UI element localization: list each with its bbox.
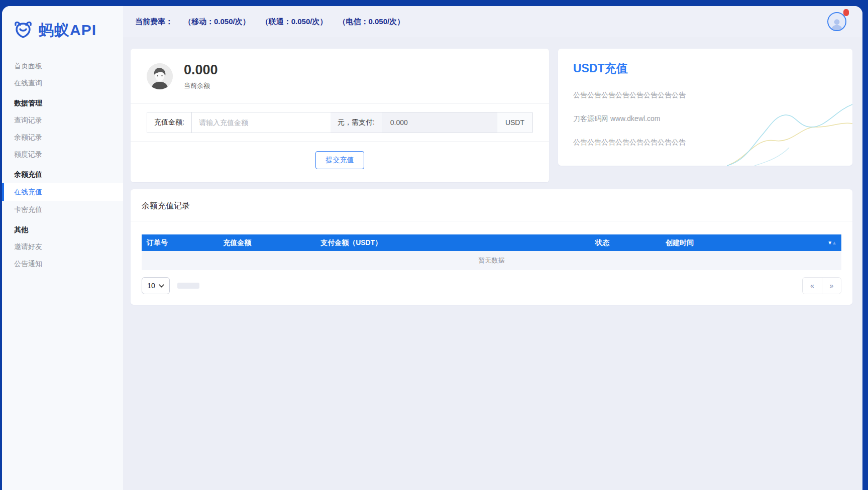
sidebar-item-在线查询[interactable]: 在线查询: [2, 74, 123, 91]
rate-label: 当前费率：: [135, 17, 173, 27]
sidebar-item-查询记录[interactable]: 查询记录: [2, 111, 123, 129]
rate-item: （电信：0.050/次）: [338, 17, 404, 27]
sort-desc-icon: ▼: [827, 240, 832, 246]
usdt-card-title: USDT充值: [573, 61, 837, 76]
announcement-line: 公告公告公告公告公告公告公告公告: [573, 91, 837, 100]
decorative-waves: [727, 95, 852, 166]
page-size-select[interactable]: 10: [142, 277, 170, 294]
sidebar: 蚂蚁API 首页面板在线查询数据管理查询记录余额记录额度记录余额充值在线充值卡密…: [2, 6, 123, 490]
announcement-line: 刀客源码网 www.dkewl.com: [573, 114, 837, 124]
balance-avatar: [147, 63, 173, 89]
recharge-form: 充值金额: 元，需支付: USDT: [147, 112, 533, 133]
amount-label: 充值金额:: [147, 112, 192, 133]
balance-amount: 0.000: [184, 62, 218, 78]
sidebar-section-label: 数据管理: [2, 94, 123, 111]
announcement-lines: 公告公告公告公告公告公告公告公告刀客源码网 www.dkewl.com公告公告公…: [573, 91, 837, 147]
usdt-notice-card: USDT充值 公告公告公告公告公告公告公告公告刀客源码网 www.dkewl.c…: [558, 49, 852, 166]
table-empty-state: 暂无数据: [142, 251, 841, 270]
records-table: 订单号充值金额支付金额（USDT）状态创建时间 ▼▲ 暂无数据: [142, 234, 841, 270]
pay-label: 元，需支付:: [331, 112, 382, 133]
divider: [131, 221, 852, 221]
column-header[interactable]: 创建时间: [661, 238, 818, 248]
sidebar-item-卡密充值[interactable]: 卡密充值: [2, 201, 123, 218]
sidebar-item-邀请好友[interactable]: 邀请好友: [2, 238, 123, 255]
pay-amount-input: [382, 112, 497, 133]
sidebar-item-首页面板[interactable]: 首页面板: [2, 57, 123, 74]
balance-label: 当前余额: [184, 81, 218, 90]
column-header[interactable]: 支付金额（USDT）: [315, 238, 590, 248]
sidebar-item-余额记录[interactable]: 余额记录: [2, 129, 123, 146]
prev-page-button[interactable]: «: [803, 278, 822, 294]
app-frame: 蚂蚁API 首页面板在线查询数据管理查询记录余额记录额度记录余额充值在线充值卡密…: [2, 6, 862, 490]
sidebar-section-label: 余额充值: [2, 166, 123, 183]
logo-text: 蚂蚁API: [39, 20, 96, 41]
sort-asc-icon: ▲: [832, 240, 836, 246]
notification-badge: [843, 9, 849, 16]
column-header[interactable]: 订单号: [142, 238, 218, 248]
sidebar-item-在线充值[interactable]: 在线充值: [2, 183, 123, 201]
sidebar-item-额度记录[interactable]: 额度记录: [2, 146, 123, 163]
table-header-row: 订单号充值金额支付金额（USDT）状态创建时间 ▼▲: [142, 234, 841, 251]
next-page-button[interactable]: »: [822, 278, 841, 294]
rate-item: （联通：0.050/次）: [261, 17, 328, 27]
sidebar-item-公告通知[interactable]: 公告通知: [2, 255, 123, 272]
rate-bar: 当前费率： （移动：0.050/次）（联通：0.050/次）（电信：0.050/…: [135, 17, 404, 27]
total-count-placeholder: [177, 283, 199, 289]
recharge-amount-input[interactable]: [192, 112, 331, 133]
main-area: 当前费率： （移动：0.050/次）（联通：0.050/次）（电信：0.050/…: [123, 6, 862, 490]
table-header-columns: 订单号充值金额支付金额（USDT）状态创建时间: [142, 234, 818, 251]
pagination: 10 « »: [142, 277, 841, 294]
currency-label: USDT: [497, 112, 532, 133]
sidebar-section-label: 其他: [2, 221, 123, 238]
ant-logo-icon: [12, 19, 34, 41]
announcement-line: 公告公告公告公告公告公告公告公告: [573, 138, 837, 147]
user-avatar-button[interactable]: [827, 12, 847, 32]
sort-filter-icon[interactable]: ▼▲: [818, 240, 841, 246]
chevron-down-icon: [159, 284, 164, 288]
page-size-value: 10: [147, 282, 155, 290]
rate-item: （移动：0.050/次）: [184, 17, 250, 27]
rate-list: （移动：0.050/次）（联通：0.050/次）（电信：0.050/次）: [184, 17, 404, 27]
content: 0.000 当前余额 充值金额: 元，需支付: USDT 提交充值: [123, 38, 862, 490]
records-title: 余额充值记录: [131, 189, 852, 221]
column-header[interactable]: 充值金额: [218, 238, 315, 248]
records-card: 余额充值记录 订单号充值金额支付金额（USDT）状态创建时间 ▼▲ 暂无数据 1…: [131, 189, 852, 305]
pager-buttons: « »: [802, 277, 841, 294]
submit-recharge-button[interactable]: 提交充值: [315, 151, 364, 169]
sidebar-menu: 首页面板在线查询数据管理查询记录余额记录额度记录余额充值在线充值卡密充值其他邀请…: [2, 57, 123, 272]
topbar: 当前费率： （移动：0.050/次）（联通：0.050/次）（电信：0.050/…: [123, 6, 862, 38]
logo[interactable]: 蚂蚁API: [2, 6, 123, 44]
column-header[interactable]: 状态: [590, 238, 661, 248]
divider: [131, 103, 549, 104]
balance-card: 0.000 当前余额 充值金额: 元，需支付: USDT 提交充值: [131, 49, 549, 182]
